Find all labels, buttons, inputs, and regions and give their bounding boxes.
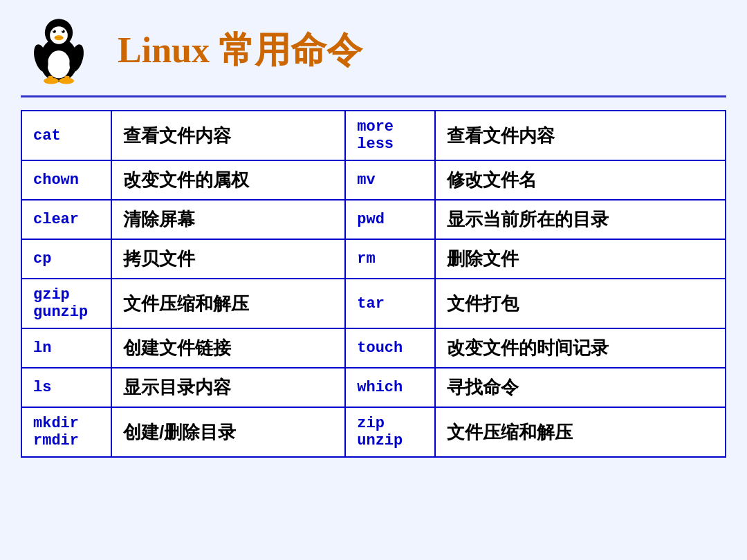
command-cell: mv	[345, 160, 435, 200]
svg-point-8	[62, 30, 65, 33]
description-cell: 文件压缩和解压	[435, 407, 726, 457]
svg-point-5	[53, 30, 56, 33]
command-cell: which	[345, 368, 435, 407]
table-row: chown改变文件的属权mv修改文件名	[21, 160, 726, 200]
table-row: cat查看文件内容more less查看文件内容	[21, 111, 726, 160]
svg-point-1	[48, 50, 71, 78]
command-cell: pwd	[345, 200, 435, 239]
table-row: cp拷贝文件rm删除文件	[21, 239, 726, 279]
header-divider	[21, 95, 726, 97]
command-cell: clear	[21, 200, 111, 239]
description-cell: 创建/删除目录	[111, 407, 345, 457]
command-cell: tar	[345, 279, 435, 328]
description-cell: 修改文件名	[435, 160, 726, 200]
description-cell: 寻找命令	[435, 368, 726, 407]
description-cell: 显示目录内容	[111, 368, 345, 407]
tux-logo	[21, 12, 97, 88]
command-cell: touch	[345, 328, 435, 368]
command-cell: more less	[345, 111, 435, 160]
svg-point-9	[62, 30, 63, 31]
description-cell: 文件压缩和解压	[111, 279, 345, 328]
command-cell: ln	[21, 328, 111, 368]
commands-table-container: cat查看文件内容more less查看文件内容chown改变文件的属权mv修改…	[0, 110, 747, 560]
description-cell: 查看文件内容	[435, 111, 726, 160]
description-cell: 清除屏幕	[111, 200, 345, 239]
description-cell: 创建文件链接	[111, 328, 345, 368]
description-cell: 改变文件的时间记录	[435, 328, 726, 368]
command-cell: mkdir rmdir	[21, 407, 111, 457]
description-cell: 显示当前所在的目录	[435, 200, 726, 239]
svg-point-6	[53, 30, 54, 31]
command-cell: gzip gunzip	[21, 279, 111, 328]
description-cell: 拷贝文件	[111, 239, 345, 279]
svg-rect-16	[48, 76, 53, 82]
table-row: gzip gunzip文件压缩和解压tar文件打包	[21, 279, 726, 328]
description-cell: 改变文件的属权	[111, 160, 345, 200]
header: Linux 常用命令	[0, 0, 747, 95]
command-cell: rm	[345, 239, 435, 279]
table-row: mkdir rmdir创建/删除目录zip unzip文件压缩和解压	[21, 407, 726, 457]
description-cell: 查看文件内容	[111, 111, 345, 160]
command-cell: cat	[21, 111, 111, 160]
description-cell: 文件打包	[435, 279, 726, 328]
table-row: ln创建文件链接touch改变文件的时间记录	[21, 328, 726, 368]
command-cell: cp	[21, 239, 111, 279]
commands-table: cat查看文件内容more less查看文件内容chown改变文件的属权mv修改…	[21, 110, 726, 458]
svg-rect-17	[64, 76, 69, 82]
description-cell: 删除文件	[435, 239, 726, 279]
table-row: ls显示目录内容which寻找命令	[21, 368, 726, 407]
command-cell: chown	[21, 160, 111, 200]
command-cell: zip unzip	[345, 407, 435, 457]
page-title: Linux 常用命令	[118, 26, 362, 75]
command-cell: ls	[21, 368, 111, 407]
table-row: clear清除屏幕pwd显示当前所在的目录	[21, 200, 726, 239]
